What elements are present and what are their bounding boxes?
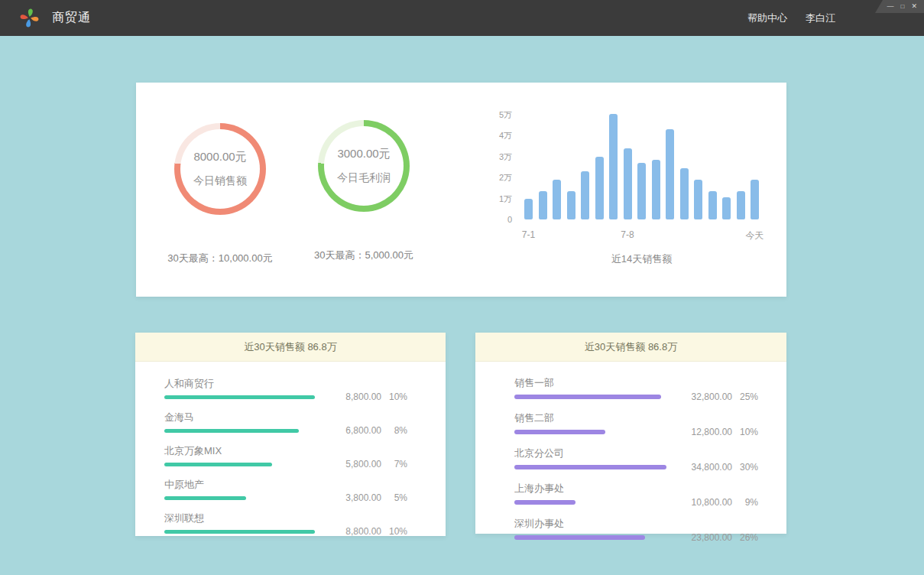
departments-list: 销售一部32,800.0025%销售二部12,800.0010%北京分公司34,… [475, 362, 786, 540]
row-percent: 30% [732, 462, 758, 473]
row-bar [164, 530, 315, 534]
row-percent: 5% [381, 492, 407, 503]
row-amount: 5,800.00 [322, 459, 381, 469]
sales-bar [694, 180, 702, 219]
sales-bar [722, 197, 731, 219]
row-label: 上海办事处 [514, 482, 673, 495]
sales-donut-center: 8000.00元 今日销售额 [180, 129, 260, 209]
row-label: 销售二部 [514, 411, 673, 425]
y-tick-label: 2万 [499, 173, 512, 182]
y-tick-label: 5万 [499, 110, 512, 119]
list-item: 人和商贸行8,800.0010% [164, 377, 407, 399]
minimize-icon[interactable]: — [887, 0, 894, 13]
close-icon[interactable]: ✕ [911, 0, 917, 13]
customers-card: 近30天销售额 86.8万 人和商贸行8,800.0010%金海马6,800.0… [135, 333, 446, 536]
sales-bar [524, 199, 533, 219]
sales-bar [680, 168, 689, 219]
sales-bar [666, 129, 674, 219]
user-name[interactable]: 李白江 [806, 11, 835, 25]
today-profit-value: 3000.00元 [337, 147, 390, 161]
plot-area: 7-17-8今天 近14天销售额 [524, 111, 759, 266]
sales-bar [637, 163, 646, 219]
row-bar [514, 430, 605, 434]
sales-bar [609, 114, 618, 219]
title-bar: 商贸通 帮助中心 李白江 — □ ✕ [0, 0, 924, 36]
y-tick-label: 4万 [499, 131, 512, 140]
customers-list: 人和商贸行8,800.0010%金海马6,800.008%北京万象MIX5,80… [135, 362, 446, 534]
sales-bar [567, 191, 575, 219]
row-label: 深圳办事处 [514, 517, 673, 531]
today-sales-gauge: 8000.00元 今日销售额 30天最高：10,000.00元 [159, 123, 281, 265]
row-percent: 10% [381, 391, 407, 402]
app-logo-icon [19, 8, 40, 28]
row-label: 深圳联想 [164, 512, 322, 525]
bar-chart-caption: 近14天销售额 [524, 252, 759, 266]
row-amount: 8,800.00 [322, 391, 381, 402]
row-bar [164, 429, 299, 433]
today-profit-label: 今日毛利润 [337, 171, 391, 185]
row-bar [164, 463, 272, 466]
row-bar [514, 395, 661, 399]
row-label: 人和商贸行 [164, 377, 322, 391]
help-center-link[interactable]: 帮助中心 [747, 11, 787, 25]
profit-donut-center: 3000.00元 今日毛利润 [324, 126, 404, 206]
today-profit-gauge: 3000.00元 今日毛利润 30天最高：5,000.00元 [303, 120, 425, 262]
sales-bar [553, 180, 561, 219]
profit-donut: 3000.00元 今日毛利润 [318, 120, 410, 212]
x-tick-label: 7-1 [522, 229, 535, 240]
today-sales-value: 8000.00元 [193, 150, 246, 164]
sales-bar [652, 160, 660, 219]
row-percent: 25% [732, 391, 758, 402]
row-amount: 6,800.00 [322, 425, 381, 436]
row-amount: 10,800.00 [673, 497, 732, 508]
y-tick-label: 1万 [499, 194, 512, 203]
row-bar [514, 465, 666, 469]
list-item: 金海马6,800.008% [164, 411, 407, 433]
sales-bar [737, 191, 745, 219]
list-item: 销售二部12,800.0010% [514, 411, 758, 434]
sales-bar [539, 191, 547, 219]
today-sales-footnote: 30天最高：10,000.00元 [159, 252, 281, 265]
row-percent: 10% [732, 427, 758, 437]
list-item: 北京万象MIX5,800.007% [164, 444, 407, 466]
list-item: 北京分公司34,800.0030% [514, 447, 758, 469]
bar-plot [524, 111, 759, 219]
row-bar [164, 496, 246, 500]
summary-card: 8000.00元 今日销售额 30天最高：10,000.00元 3000.00元… [136, 83, 786, 297]
y-tick-label: 3万 [499, 152, 512, 161]
row-bar [164, 395, 315, 399]
x-tick-label: 今天 [746, 229, 764, 242]
row-amount: 3,800.00 [322, 492, 381, 503]
x-axis: 7-17-8今天 [524, 229, 759, 240]
sales-bar [624, 148, 632, 219]
row-percent: 7% [381, 459, 407, 469]
maximize-icon[interactable]: □ [901, 0, 905, 13]
sales-bar-chart: 01万2万3万4万5万 7-17-8今天 近14天销售额 [491, 111, 759, 266]
row-label: 销售一部 [514, 376, 673, 390]
app-title: 商贸通 [52, 10, 91, 26]
row-amount: 34,800.00 [673, 462, 732, 473]
row-percent: 9% [732, 497, 758, 508]
sales-bar [595, 157, 604, 219]
sales-bar [751, 180, 759, 219]
sales-bar [708, 191, 717, 219]
y-axis: 01万2万3万4万5万 [491, 111, 512, 219]
y-tick-label: 0 [507, 215, 512, 224]
sales-bar [581, 171, 589, 219]
row-amount: 12,800.00 [673, 427, 732, 437]
row-amount: 32,800.00 [673, 391, 732, 402]
row-bar [514, 500, 575, 505]
header-nav: 帮助中心 李白江 [747, 0, 835, 36]
window-controls: — □ ✕ [875, 0, 924, 13]
row-percent: 8% [381, 425, 407, 436]
row-percent: 10% [381, 526, 407, 537]
row-bar [514, 535, 645, 540]
list-item: 深圳联想8,800.0010% [164, 512, 407, 534]
departments-card: 近30天销售额 86.8万 销售一部32,800.0025%销售二部12,800… [475, 333, 786, 534]
row-percent: 26% [732, 532, 758, 543]
list-item: 中原地产3,800.005% [164, 478, 407, 500]
row-amount: 23,800.00 [673, 532, 732, 543]
sales-donut: 8000.00元 今日销售额 [174, 123, 266, 215]
list-item: 上海办事处10,800.009% [514, 482, 758, 505]
row-amount: 8,800.00 [322, 526, 381, 537]
